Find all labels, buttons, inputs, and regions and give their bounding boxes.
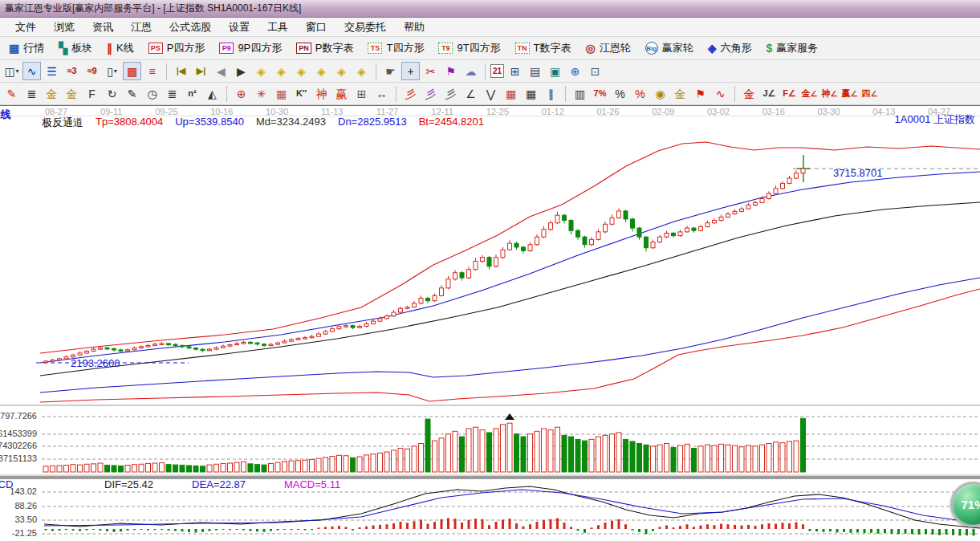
toolbar-button-winner-service[interactable]: $赢家服务 xyxy=(759,39,826,58)
toolbar-button-p-number-table[interactable]: PNP数字表 xyxy=(289,39,360,58)
send-web-icon[interactable]: ⊕ xyxy=(566,62,584,80)
price-list-icon[interactable]: ▥ xyxy=(571,84,589,103)
paint-tool-icon[interactable]: ✎ xyxy=(2,84,21,103)
wave-3-icon[interactable]: ≈3 xyxy=(63,62,81,80)
calculator-icon[interactable]: ⊞ xyxy=(506,62,524,80)
prev-bar-icon[interactable]: ◀ xyxy=(212,62,230,80)
candle-style-icon[interactable]: ◫▾ xyxy=(2,62,21,80)
span-arrows-icon[interactable]: ↔ xyxy=(372,84,391,103)
calendar-icon[interactable]: 21 xyxy=(490,64,504,78)
grid-red-icon[interactable]: ▦ xyxy=(502,84,520,103)
candle-body xyxy=(413,303,417,307)
k-quote-icon[interactable]: K″ xyxy=(292,84,311,103)
ruler-2-icon[interactable]: ≣ xyxy=(163,84,181,103)
flag-pencil-icon[interactable]: ⚑ xyxy=(691,84,710,103)
shen-grid-icon[interactable]: 神 xyxy=(312,84,331,103)
measure-tool-icon[interactable]: ✂ xyxy=(421,62,440,80)
last-bar-icon[interactable]: ▶| xyxy=(192,62,210,80)
circle-target-icon[interactable]: ⊕ xyxy=(232,84,250,103)
remote-pc-icon[interactable]: ⊡ xyxy=(586,62,604,80)
ying-angle-icon[interactable]: 赢∠ xyxy=(840,84,859,103)
toolbar-button-kline[interactable]: ∥K线 xyxy=(100,39,141,58)
a-wave-icon[interactable]: ∿ xyxy=(711,84,730,103)
menu-item-帮助[interactable]: 帮助 xyxy=(395,18,433,36)
gold-circle-icon[interactable]: ◉ xyxy=(651,84,669,103)
trend-angle-icon[interactable]: ∠ xyxy=(462,84,480,103)
pattern-tool-icon[interactable]: ▩ xyxy=(123,62,141,80)
menu-item-文件[interactable]: 文件 xyxy=(6,18,45,36)
save-icon[interactable]: ▣ xyxy=(546,62,564,80)
zoom-area-tool-icon[interactable]: ∿ xyxy=(22,62,41,80)
spiral-tool-icon[interactable]: ↻ xyxy=(103,84,121,103)
j-angle-icon[interactable]: J∠ xyxy=(760,84,779,103)
diamond-all-icon[interactable]: ◈ xyxy=(332,62,351,80)
diamond-fit-icon[interactable]: ◈ xyxy=(352,62,371,80)
f-ruler-icon[interactable]: F xyxy=(83,84,101,103)
percent-7-icon[interactable]: 7% xyxy=(591,84,609,103)
diamond-right-icon[interactable]: ◈ xyxy=(272,62,291,80)
menu-item-窗口[interactable]: 窗口 xyxy=(297,18,335,36)
v-wave-icon[interactable]: ⋁ xyxy=(482,84,500,103)
toolbar-button-winner-wheel[interactable]: Big赢家轮 xyxy=(638,39,701,58)
toolbar-button-gann-wheel[interactable]: ◎江恩轮 xyxy=(579,39,638,58)
chart-region[interactable]: 08-2709-1109-2510-1610-3011-1311-2712-11… xyxy=(0,105,980,540)
si-angle-icon[interactable]: 四∠ xyxy=(860,84,879,103)
fan-box-purple-icon[interactable]: 彡 xyxy=(421,84,440,103)
toolbar-button-t-number-table[interactable]: TNT数字表 xyxy=(508,39,579,58)
gann-stamp-icon[interactable]: ⚑ xyxy=(441,62,460,80)
crosshair-tool-icon[interactable]: + xyxy=(401,62,420,80)
diamond-compress-icon[interactable]: ◈ xyxy=(312,62,331,80)
gold-ruler-a-icon[interactable]: 金 xyxy=(43,84,61,103)
next-bar-icon[interactable]: ▶ xyxy=(232,62,250,80)
fan-box-dark-icon[interactable]: 彡 xyxy=(441,84,460,103)
toolbar-button-9t-square[interactable]: T99T四方形 xyxy=(431,39,507,58)
menu-item-交易委托[interactable]: 交易委托 xyxy=(335,18,395,36)
star-grid-icon[interactable]: ✳ xyxy=(252,84,270,103)
gold-angle-2-icon[interactable]: 金∠ xyxy=(800,84,819,103)
diamond-expand-icon[interactable]: ◈ xyxy=(292,62,311,80)
memo-icon[interactable]: ▤ xyxy=(526,62,544,80)
toolbar-button-hexagon[interactable]: ◈六角形 xyxy=(701,39,759,58)
hand-tool-icon[interactable]: ☛ xyxy=(381,62,400,80)
macd-hist-bar xyxy=(181,529,184,531)
indicator-value: Bt=2454.8201 xyxy=(419,116,484,130)
wave-brain-icon[interactable]: ☁ xyxy=(462,62,480,80)
candle-plain-icon[interactable]: ▯▾ xyxy=(103,62,121,80)
menu-item-浏览[interactable]: 浏览 xyxy=(45,18,83,36)
gold-angle-icon[interactable]: 金 xyxy=(740,84,758,103)
grid-arrow-icon[interactable]: ▦ xyxy=(522,84,540,103)
menu-item-江恩[interactable]: 江恩 xyxy=(122,18,161,36)
percent-icon[interactable]: % xyxy=(611,84,629,103)
gold-lines-icon[interactable]: 金 xyxy=(671,84,689,103)
num-grid-icon[interactable]: ⊞ xyxy=(352,84,371,103)
toolbar-button-p-square[interactable]: PSP四方形 xyxy=(141,39,213,58)
f-angle-icon[interactable]: F∠ xyxy=(780,84,799,103)
fan-red-icon[interactable]: 彡 xyxy=(401,84,420,103)
gold-ruler-b-icon[interactable]: 金 xyxy=(63,84,81,103)
parallel-lines-icon[interactable]: ∥ xyxy=(542,84,560,103)
time-circle-icon[interactable]: ◷ xyxy=(143,84,161,103)
angle-mirror-icon[interactable]: ◭ xyxy=(203,84,222,103)
menu-item-工具[interactable]: 工具 xyxy=(258,18,297,36)
diamond-left-icon[interactable]: ◈ xyxy=(252,62,270,80)
menu-item-资讯[interactable]: 资讯 xyxy=(83,18,122,36)
red-pencil-icon[interactable]: ✎ xyxy=(123,84,141,103)
macd-hist-bar xyxy=(168,529,170,531)
ying-grid-icon[interactable]: 赢 xyxy=(332,84,351,103)
percent-5-icon[interactable]: % xyxy=(631,84,649,103)
toolbar-button-t-square[interactable]: TST四方形 xyxy=(360,39,431,58)
info-f10-icon[interactable]: ☰ xyxy=(43,62,61,80)
n-square-icon[interactable]: n² xyxy=(183,84,201,103)
toolbar-button-quotes[interactable]: ▦行情 xyxy=(2,39,51,58)
shen-angle-icon[interactable]: 神∠ xyxy=(820,84,839,103)
first-bar-icon[interactable]: |◀ xyxy=(172,62,190,80)
menu-item-公式选股[interactable]: 公式选股 xyxy=(161,18,220,36)
wave-9-icon[interactable]: ≈9 xyxy=(83,62,101,80)
menu-item-设置[interactable]: 设置 xyxy=(220,18,258,36)
volume-bar xyxy=(787,441,792,472)
toolbar-button-sectors[interactable]: ▚板块 xyxy=(51,39,100,58)
toolbar-button-9p-square[interactable]: P99P四方形 xyxy=(212,39,289,58)
profile-chart-icon[interactable]: ≡ xyxy=(143,62,161,80)
grid-target-icon[interactable]: ▦ xyxy=(272,84,291,103)
ruler-icon[interactable]: ≣ xyxy=(22,84,41,103)
